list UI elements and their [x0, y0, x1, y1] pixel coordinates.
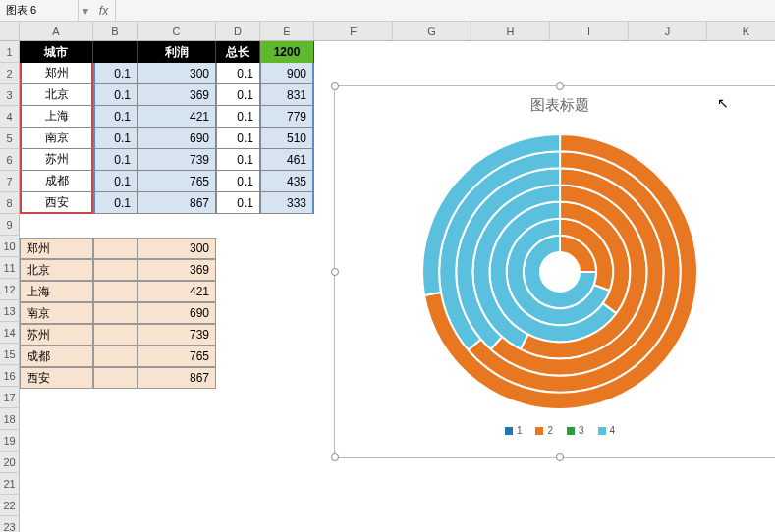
- row-header[interactable]: 20: [0, 452, 20, 473]
- cell[interactable]: 0.1: [216, 171, 260, 192]
- resize-handle-icon[interactable]: [556, 453, 564, 461]
- row-header[interactable]: 8: [0, 192, 20, 214]
- col-header[interactable]: D: [216, 22, 260, 40]
- legend-item[interactable]: 4: [598, 425, 616, 436]
- cell[interactable]: 333: [260, 192, 314, 214]
- chart-plot-area[interactable]: [413, 125, 707, 419]
- header-cell-profit[interactable]: 利润: [138, 41, 216, 63]
- cell[interactable]: 300: [138, 63, 216, 84]
- col-header[interactable]: C: [138, 22, 216, 40]
- cell[interactable]: 0.1: [93, 106, 138, 128]
- cell-city[interactable]: 上海: [20, 106, 93, 128]
- cells-area[interactable]: 城市 利润 总长 1200 郑州0.13000.1900北京0.13690.18…: [20, 41, 775, 532]
- row-header[interactable]: 16: [0, 365, 20, 387]
- chart-legend[interactable]: 1 2 3 4: [335, 419, 775, 442]
- resize-handle-icon[interactable]: [331, 453, 339, 461]
- col-header[interactable]: E: [260, 22, 314, 40]
- cell-city[interactable]: 成都: [20, 346, 93, 367]
- cell-city[interactable]: 西安: [20, 367, 93, 389]
- row-header[interactable]: 9: [0, 214, 20, 236]
- cell[interactable]: [93, 281, 138, 302]
- cell[interactable]: 739: [138, 149, 216, 171]
- cell[interactable]: [93, 367, 138, 389]
- cell-city[interactable]: 郑州: [20, 63, 93, 84]
- cell[interactable]: [93, 302, 138, 324]
- row-header[interactable]: 3: [0, 84, 20, 106]
- select-all-corner[interactable]: [0, 22, 20, 40]
- row-header[interactable]: 11: [0, 257, 20, 279]
- cell[interactable]: [93, 238, 138, 259]
- col-header[interactable]: H: [471, 22, 550, 40]
- fx-button[interactable]: fx: [92, 0, 116, 21]
- cell[interactable]: 300: [138, 238, 216, 259]
- header-cell-total[interactable]: 总长: [216, 41, 260, 63]
- col-header[interactable]: F: [314, 22, 393, 40]
- formula-input[interactable]: [116, 0, 775, 21]
- legend-item[interactable]: 3: [567, 425, 584, 436]
- row-header[interactable]: 2: [0, 63, 20, 84]
- cell[interactable]: 765: [138, 346, 216, 367]
- cell[interactable]: [93, 259, 138, 281]
- row-header[interactable]: 23: [0, 516, 20, 532]
- cell-city[interactable]: 上海: [20, 281, 93, 302]
- cell-city[interactable]: 成都: [20, 171, 93, 192]
- legend-item[interactable]: 1: [505, 425, 523, 436]
- resize-handle-icon[interactable]: [331, 82, 339, 90]
- cell[interactable]: 0.1: [216, 63, 260, 84]
- col-header[interactable]: J: [629, 22, 707, 40]
- resize-handle-icon[interactable]: [331, 268, 339, 276]
- cell-city[interactable]: 郑州: [20, 238, 93, 259]
- row-header[interactable]: 6: [0, 149, 20, 171]
- cell[interactable]: 867: [138, 192, 216, 214]
- row-header[interactable]: 18: [0, 408, 20, 430]
- cell[interactable]: [93, 324, 138, 346]
- cell-city[interactable]: 南京: [20, 128, 93, 149]
- row-header[interactable]: 14: [0, 322, 20, 344]
- cell-city[interactable]: 苏州: [20, 324, 93, 346]
- row-header[interactable]: 5: [0, 128, 20, 149]
- cell[interactable]: 0.1: [93, 192, 138, 214]
- cell[interactable]: 369: [138, 84, 216, 106]
- legend-item[interactable]: 2: [535, 425, 553, 436]
- row-header[interactable]: 19: [0, 430, 20, 452]
- cell[interactable]: 421: [138, 281, 216, 302]
- cell[interactable]: 690: [138, 302, 216, 324]
- col-header[interactable]: A: [20, 22, 93, 40]
- cell[interactable]: 435: [260, 171, 314, 192]
- row-header[interactable]: 10: [0, 236, 20, 257]
- cell[interactable]: 0.1: [93, 149, 138, 171]
- cell-city[interactable]: 南京: [20, 302, 93, 324]
- row-header[interactable]: 12: [0, 279, 20, 300]
- cell[interactable]: 510: [260, 128, 314, 149]
- row-header[interactable]: 13: [0, 300, 20, 322]
- header-cell-b[interactable]: [93, 41, 138, 63]
- col-header[interactable]: I: [550, 22, 629, 40]
- name-box-dropdown-icon[interactable]: ▾: [79, 4, 92, 18]
- cell[interactable]: 461: [260, 149, 314, 171]
- cell[interactable]: 0.1: [93, 128, 138, 149]
- chart-object[interactable]: 图表标题 1 2 3 4: [334, 85, 775, 458]
- resize-handle-icon[interactable]: [556, 82, 564, 90]
- cell[interactable]: 0.1: [93, 171, 138, 192]
- cell[interactable]: 0.1: [216, 106, 260, 128]
- header-cell-e[interactable]: 1200: [260, 41, 314, 63]
- row-header[interactable]: 15: [0, 344, 20, 365]
- cell[interactable]: 0.1: [93, 84, 138, 106]
- row-header[interactable]: 1: [0, 41, 20, 63]
- cell-city[interactable]: 北京: [20, 259, 93, 281]
- header-cell-city[interactable]: 城市: [20, 41, 93, 63]
- chart-title[interactable]: 图表标题: [335, 86, 775, 125]
- cell[interactable]: 0.1: [93, 63, 138, 84]
- cell[interactable]: 0.1: [216, 84, 260, 106]
- cell[interactable]: 831: [260, 84, 314, 106]
- row-header[interactable]: 7: [0, 171, 20, 192]
- row-header[interactable]: 21: [0, 473, 20, 495]
- row-header[interactable]: 4: [0, 106, 20, 128]
- row-header[interactable]: 17: [0, 387, 20, 408]
- name-box[interactable]: 图表 6: [0, 0, 79, 21]
- cell[interactable]: 421: [138, 106, 216, 128]
- cell-city[interactable]: 苏州: [20, 149, 93, 171]
- col-header[interactable]: B: [93, 22, 138, 40]
- cell[interactable]: 690: [138, 128, 216, 149]
- cell[interactable]: 0.1: [216, 149, 260, 171]
